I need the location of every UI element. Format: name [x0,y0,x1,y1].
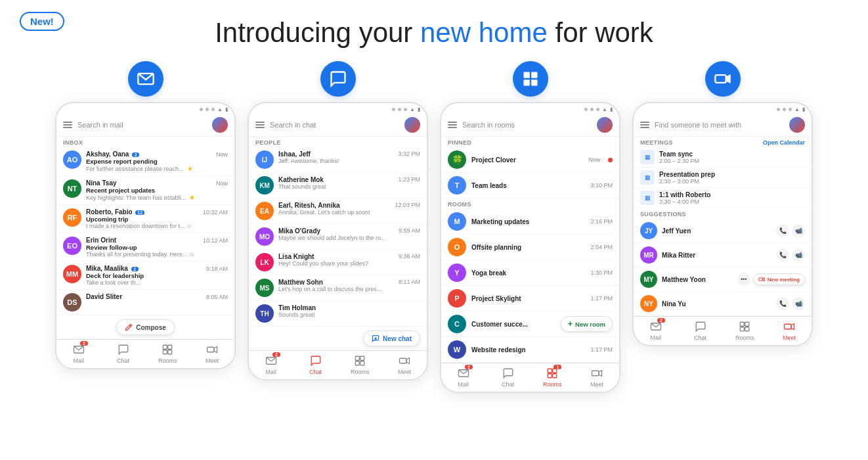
call-button[interactable]: ••• [737,273,750,286]
meet-event-row[interactable]: ▦ 1:1 with Roberto3:30 – 4:00 PM [634,188,812,208]
user-avatar[interactable] [404,117,420,133]
chat-row[interactable]: IJ Ishaa, Jeff3:32 PMJeff: Awesome, than… [249,147,427,173]
status-bar: ▲ ▮ [249,103,427,114]
nav-mail[interactable]: 2 Mail [634,320,678,341]
meet-suggestion-row[interactable]: NY Nina Yu 📞 📹 [634,292,812,316]
chat-search-bar[interactable]: Search in chat [249,114,427,137]
compose-button[interactable]: Compose [116,319,175,335]
signal-dot-2 [206,108,209,111]
meet-event-row[interactable]: ▦ Presentation prep2:30 – 3:00 PM [634,168,812,188]
rooms-section-label: ROOMS [441,198,619,209]
nav-meet[interactable]: Meet [382,354,427,375]
chat-row[interactable]: EA Earl, Ritesh, Annika12:03 PMAnnika: G… [249,198,427,224]
svg-rect-34 [745,323,749,327]
mail-row[interactable]: MM Mika, Maalika 2 9:18 AM Deck for lead… [56,262,234,290]
chat-row[interactable]: KM Katherine Mok1:23 PMThat sounds great [249,173,427,198]
new-chat-button[interactable]: New chat [363,331,420,346]
call-button[interactable]: 📞 [776,224,789,237]
mail-phone-frame: ▲ ▮ Search in mail INBOX AO Aksh [55,102,236,369]
mail-row[interactable]: DS David Sliter 8:05 AM [56,290,234,315]
status-bar: ▲ ▮ [441,103,619,114]
mail-avatar: EO [63,237,81,255]
meet-event-row[interactable]: ▦ Team sync2:00 – 2:30 PM [634,147,812,168]
mail-avatar: AO [63,150,81,169]
nav-mail-label: Mail [74,357,85,364]
room-row[interactable]: W Website redesign 1:17 PM [441,337,619,363]
nav-chat[interactable]: Chat [101,343,146,364]
nav-mail[interactable]: 2 Mail [56,343,101,364]
nav-chat[interactable]: Chat [678,320,723,341]
chat-avatar: MS [255,279,274,297]
svg-rect-26 [592,371,599,377]
new-meeting-button[interactable]: New meeting [753,273,805,285]
meet-search-input[interactable]: Find someone to meet with [655,121,784,129]
nav-mail[interactable]: 2 Mail [249,354,293,375]
svg-rect-37 [785,325,792,330]
video-button[interactable]: 📹 [792,297,805,310]
rooms-search-input[interactable]: Search in rooms [462,121,592,129]
mail-row[interactable]: NT Nina Tsay Now Recent project updates … [56,176,234,205]
chat-column: ▲ ▮ Search in chat PEOPLE IJ Ishaa, Jeff… [248,61,428,380]
nav-rooms[interactable]: Rooms [338,354,383,375]
room-row[interactable]: P Project Skylight 1:17 PM [441,286,619,311]
mail-badge: 2 [80,341,88,346]
room-icon: 🍀 [448,150,466,169]
hamburger-icon[interactable] [448,122,457,128]
chat-avatar: IJ [255,150,274,169]
nav-rooms[interactable]: 1 Rooms [531,367,575,388]
mail-search-bar[interactable]: Search in mail [56,114,234,137]
inbox-section-label: INBOX [56,137,234,147]
calendar-icon: ▦ [640,191,655,205]
hamburger-icon[interactable] [63,122,72,128]
svg-rect-22 [548,369,552,373]
nav-meet[interactable]: Meet [575,367,619,388]
user-avatar[interactable] [597,117,613,133]
nav-chat[interactable]: Chat [293,354,338,375]
nav-mail[interactable]: 2 Mail [441,367,486,388]
chat-search-input[interactable]: Search in chat [270,121,399,129]
meet-search-bar[interactable]: Find someone to meet with [634,114,812,137]
room-row[interactable]: M Marketing updates 2:16 PM [441,209,619,235]
new-meeting-label: New meeting [768,277,800,283]
meet-suggestion-row[interactable]: JY Jeff Yuen 📞 📹 [634,219,812,243]
room-row[interactable]: O Offsite planning 2:04 PM [441,235,619,260]
meet-suggestion-row[interactable]: MR Mika Ritter 📞 📹 [634,243,812,267]
call-button[interactable]: 📞 [776,248,789,262]
room-icon: W [448,340,466,359]
room-row[interactable]: C Customer succe... + New room [441,311,619,337]
hamburger-icon[interactable] [255,122,265,128]
user-avatar[interactable] [212,117,228,133]
video-button[interactable]: 📹 [792,224,805,237]
headline-prefix: Introducing your [215,17,420,48]
nav-meet[interactable]: Meet [190,343,234,364]
chat-row[interactable]: TH Tim HolmanSounds great! [249,301,427,327]
mail-row[interactable]: EO Erin Orint 10:12 AM Review follow-up … [56,233,234,262]
chat-avatar: KM [255,176,274,195]
chat-row[interactable]: MS Matthew Sohn8:11 AMLet's hop on a cal… [249,275,427,301]
mail-content: Roberto, Fabio 12 10:32 AM Upcoming trip… [86,208,228,229]
room-row[interactable]: Y Yoga break 1:30 PM [441,260,619,286]
rooms-search-bar[interactable]: Search in rooms [441,114,619,137]
user-avatar[interactable] [789,117,805,133]
mail-row[interactable]: RF Roberto, Fabio 12 10:32 AM Upcoming t… [56,205,234,233]
nav-meet[interactable]: Meet [767,320,812,341]
nav-rooms[interactable]: Rooms [723,320,768,341]
nav-chat[interactable]: Chat [486,367,531,388]
call-button[interactable]: 📞 [776,297,789,310]
suggestion-avatar: MY [640,271,657,288]
open-calendar-link[interactable]: Open Calendar [763,139,805,146]
meet-suggestion-row[interactable]: MY Matthew Yoon ••• New meeting [634,267,812,292]
hamburger-icon[interactable] [640,122,649,128]
svg-rect-23 [553,369,557,373]
mail-search-input[interactable]: Search in mail [77,121,207,129]
room-row-pinned[interactable]: T Team leads 3:10 PM [441,173,619,198]
video-button[interactable]: 📹 [792,248,805,262]
nav-rooms[interactable]: Rooms [146,343,190,364]
mail-row[interactable]: AO Akshay, Oana 2 Now Expense report pen… [56,147,234,176]
mail-bottom-nav: 2 Mail Chat Rooms [56,339,234,368]
chat-row[interactable]: LK Lisa Knight9:36 AMHey! Could you shar… [249,250,427,275]
chat-row[interactable]: MO Mika O'Grady9:59 AMMaybe we should ad… [249,224,427,250]
new-room-button[interactable]: + New room [561,316,613,332]
room-row-pinned[interactable]: 🍀 Project Clover Now [441,147,619,173]
compose-label: Compose [136,324,166,331]
